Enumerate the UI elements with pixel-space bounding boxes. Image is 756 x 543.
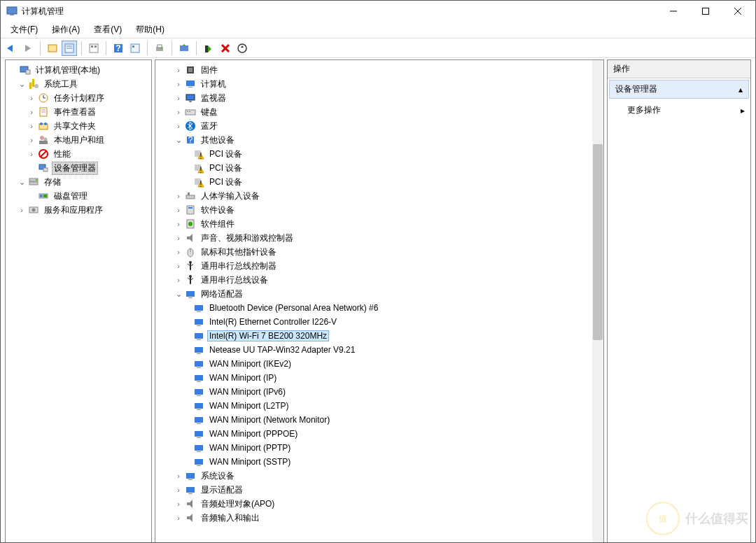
collapse-icon[interactable]: ▴ [738,85,743,94]
device-mouse[interactable]: ›鼠标和其他指针设备 [172,245,602,259]
device-audio-apo[interactable]: ›音频处理对象(APO) [172,497,602,511]
svg-rect-98 [188,297,192,298]
device-net-wan-pppoe[interactable]: WAN Miniport (PPPOE) [172,427,602,441]
minimize-button[interactable] [657,1,690,22]
device-net-wan-monitor[interactable]: WAN Miniport (Network Monitor) [172,413,602,427]
svg-rect-24 [205,45,208,52]
back-button[interactable] [4,41,19,56]
svg-rect-108 [197,367,201,368]
tree-disk-management[interactable]: 磁盘管理 [7,189,150,203]
svg-rect-8 [48,45,57,52]
expand-icon[interactable]: › [27,150,36,158]
svg-marker-128 [187,514,192,522]
expand-icon[interactable]: › [27,136,36,144]
device-system[interactable]: ›系统设备 [172,469,602,483]
svg-rect-60 [188,68,192,72]
device-bluetooth[interactable]: ›蓝牙 [172,119,602,133]
device-net-wan-l2tp[interactable]: WAN Miniport (L2TP) [172,399,602,413]
actions-section[interactable]: 设备管理器 ▴ [609,80,749,99]
menu-view[interactable]: 查看(V) [87,22,129,37]
devices-view-button[interactable] [127,41,143,56]
menu-help[interactable]: 帮助(H) [129,22,172,37]
tree-root[interactable]: 计算机管理(本地) [7,63,150,77]
actions-header: 操作 [608,60,750,78]
close-button[interactable] [722,1,754,22]
expand-icon[interactable]: › [27,108,36,116]
svg-rect-115 [195,417,203,423]
menubar: 文件(F) 操作(A) 查看(V) 帮助(H) [1,22,755,38]
expand-icon[interactable]: › [27,94,36,102]
device-network-adapters[interactable]: ⌄网络适配器 [172,287,602,301]
svg-text:!: ! [200,179,202,188]
vertical-scrollbar[interactable] [592,60,603,543]
device-net-wifi7[interactable]: Intel(R) Wi-Fi 7 BE200 320MHz [172,329,602,343]
device-sound[interactable]: ›声音、视频和游戏控制器 [172,231,602,245]
device-audio-io[interactable]: ›音频输入和输出 [172,511,602,525]
collapse-icon[interactable]: ⌄ [174,136,183,145]
svg-point-28 [238,44,246,52]
device-net-tap[interactable]: Netease UU TAP-Win32 Adapter V9.21 [172,343,602,357]
device-net-wan-sstp[interactable]: WAN Miniport (SSTP) [172,455,602,469]
collapse-icon[interactable]: ⌄ [17,80,27,89]
tree-performance[interactable]: ›性能 [7,147,150,161]
expand-icon[interactable]: › [17,206,27,214]
device-computer[interactable]: ›计算机 [172,77,602,91]
properties-button[interactable] [62,41,77,56]
svg-rect-120 [197,451,201,452]
collapse-icon[interactable]: ⌄ [17,178,27,187]
svg-rect-0 [7,7,17,14]
view-button[interactable] [86,41,102,56]
network-adapter-icon [193,302,204,313]
device-software-components[interactable]: ›软件组件 [172,217,602,231]
device-pci-1[interactable]: !PCI 设备 [172,147,602,161]
device-net-wan-ikev2[interactable]: WAN Miniport (IKEv2) [172,357,602,371]
tree-system-tools[interactable]: ⌄系统工具 [7,77,150,91]
device-monitors[interactable]: ›监视器 [172,91,602,105]
svg-rect-63 [186,94,195,100]
device-other[interactable]: ⌄?其他设备 [172,133,602,147]
tree-device-manager[interactable]: 设备管理器 [7,161,150,175]
device-net-bt[interactable]: Bluetooth Device (Personal Area Network)… [172,301,602,315]
scrollbar-thumb[interactable] [593,144,603,340]
device-hid[interactable]: ›人体学输入设备 [172,189,602,203]
device-pci-3[interactable]: !PCI 设备 [172,175,602,189]
svg-rect-123 [186,473,195,479]
menu-file[interactable]: 文件(F) [4,22,45,37]
tree-local-users[interactable]: ›本地用户和组 [7,133,150,147]
tree-storage[interactable]: ⌄存储 [7,175,150,189]
expand-icon[interactable]: › [27,122,36,130]
device-net-ethernet[interactable]: Intel(R) Ethernet Controller I226-V [172,315,602,329]
tree-services[interactable]: ›服务和应用程序 [7,203,150,217]
disable-button[interactable] [201,41,216,56]
device-net-wan-pptp[interactable]: WAN Miniport (PPTP) [172,441,602,455]
print-button[interactable] [152,41,167,56]
svg-rect-3 [703,8,709,15]
show-hide-button[interactable] [45,41,60,56]
collapse-icon[interactable]: ⌄ [174,290,183,299]
device-usb-devices[interactable]: ›通用串行总线设备 [172,273,602,287]
device-usb-controllers[interactable]: ›通用串行总线控制器 [172,259,602,273]
maximize-button[interactable] [690,1,722,22]
uninstall-button[interactable] [218,41,233,56]
scan-hardware-button[interactable] [234,41,250,56]
device-display[interactable]: ›显示适配器 [172,483,602,497]
network-adapter-icon [193,414,204,425]
actions-more[interactable]: 更多操作 ▸ [608,100,750,120]
network-adapter-icon [193,428,204,439]
device-keyboards[interactable]: ›键盘 [172,105,602,119]
tree-event-viewer[interactable]: ›事件查看器 [7,105,150,119]
device-net-wan-ip[interactable]: WAN Miniport (IP) [172,371,602,385]
device-firmware[interactable]: ›固件 [172,63,602,77]
tree-task-scheduler[interactable]: ›任务计划程序 [7,91,150,105]
device-pci-2[interactable]: !PCI 设备 [172,161,602,175]
device-software-devices[interactable]: ›软件设备 [172,203,602,217]
svg-point-34 [34,84,38,88]
svg-rect-55 [40,195,43,197]
update-driver-button[interactable] [176,41,192,56]
network-adapter-icon [193,344,204,355]
help-button[interactable]: ? [111,41,126,56]
forward-button[interactable] [20,41,36,56]
menu-action[interactable]: 操作(A) [45,22,87,37]
tree-shared-folders[interactable]: ›共享文件夹 [7,119,150,133]
device-net-wan-ipv6[interactable]: WAN Miniport (IPv6) [172,385,602,399]
